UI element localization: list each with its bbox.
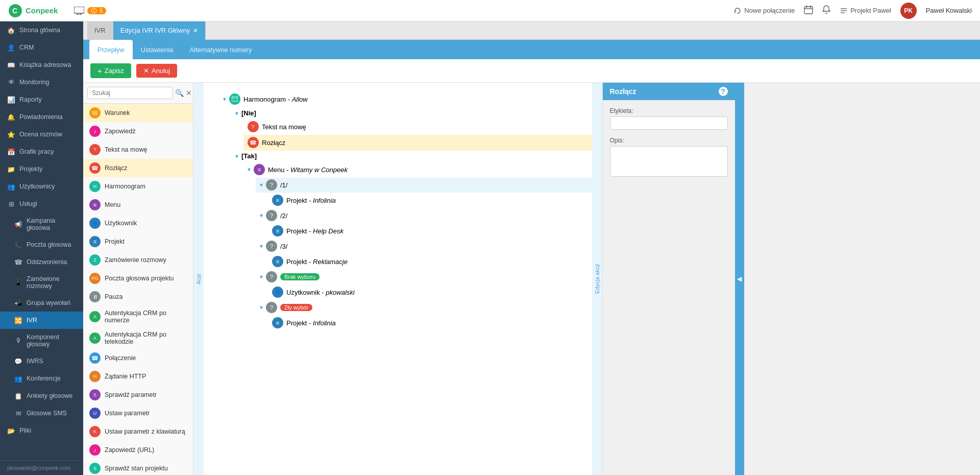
voicemail-icon: 📞 <box>14 241 22 249</box>
node-projekt-infolinia[interactable]: ≡ Projekt - Infolinia ✏ <box>268 193 592 208</box>
help-icon[interactable]: ? <box>719 87 728 96</box>
uzytkownik-icon: 👤 <box>89 218 101 229</box>
expand-icon-menu[interactable]: ▾ <box>248 166 251 173</box>
home-icon: 🏠 <box>7 26 15 34</box>
expand-brak[interactable]: ▾ <box>260 273 263 280</box>
action-item-sprawdz-parametr[interactable]: S Sprawdź parametr <box>83 386 193 404</box>
expand-icon[interactable]: ▾ <box>223 96 226 103</box>
sidebar-item-komponent-glosowy[interactable]: 🎙 Komponent głosowy <box>0 329 83 352</box>
action-item-poczta-glosowa-projektu[interactable]: PG Poczta głosowa projektu <box>83 269 193 288</box>
search-input[interactable] <box>87 87 173 99</box>
opis-textarea[interactable] <box>610 146 728 177</box>
sidebar-item-crm[interactable]: 👤 CRM <box>0 39 83 56</box>
action-item-uzytkownik[interactable]: 👤 Użytkownik <box>83 214 193 232</box>
expand-icon-nie[interactable]: ▾ <box>235 110 238 117</box>
branch-3-label: /3/ <box>280 243 287 250</box>
action-item-polaczenie[interactable]: ☎ Połączenie <box>83 349 193 367</box>
search-icon[interactable]: 🔍 <box>175 89 184 97</box>
action-item-sprawdz-stan-projektu[interactable]: S Sprawdź stan projektu <box>83 459 193 475</box>
flow-area: 🔍 ✕ W Warunek ♪ Zapowiedź T Tekst na mow… <box>83 83 980 475</box>
tab-bar: IVR Edycja IVR IVR Główny ✕ <box>83 21 980 40</box>
node-harmonogram[interactable]: ▾ Harmonogram - Allow ✏ <box>219 91 592 108</box>
new-connection-btn[interactable]: Nowe połączenie <box>733 7 795 15</box>
action-item-warunek[interactable]: W Warunek <box>83 104 193 122</box>
sidebar-item-uzytkownicy[interactable]: 👥 Użytkownicy <box>0 178 83 195</box>
sprawdz-parametr-icon: S <box>89 389 101 400</box>
node-tekst-na-mowe[interactable]: T Tekst na mowę ✏ <box>243 119 592 135</box>
tab-edycja-ivr[interactable]: Edycja IVR IVR Główny ✕ <box>113 21 206 40</box>
topbar-monitor-icon[interactable]: 5 <box>74 7 106 15</box>
action-item-ustaw-parametr[interactable]: U Ustaw parametr <box>83 404 193 422</box>
etykieta-input[interactable] <box>610 116 728 130</box>
sidebar-item-projekty[interactable]: 📁 Projekty <box>0 160 83 178</box>
bell-btn[interactable] <box>822 5 830 16</box>
node-projekt-reklamacje[interactable]: ≡ Projekt - Reklamacje ✏ <box>268 254 592 270</box>
action-item-zapowiedz-url[interactable]: ♪ Zapowiedź (URL) <box>83 441 193 459</box>
action-item-rozlacz[interactable]: ☎ Rozłącz <box>83 159 193 177</box>
etykieta-label: Etykieta: <box>610 107 728 114</box>
sidebar-item-oddzwonienia[interactable]: ☎ Oddzwonienia <box>0 253 83 271</box>
sidebar-item-pliki[interactable]: 📂 Pliki <box>0 422 83 439</box>
sidebar-item-ocena-rozmow[interactable]: ⭐ Ocena rozmów <box>0 126 83 143</box>
sidebar-item-uslugi[interactable]: ⊞ Usługi <box>0 195 83 212</box>
sidebar-item-kampania-glosowa[interactable]: 📢 Kampania głosowa <box>0 212 83 236</box>
action-item-autentykacja-crm-numerze[interactable]: A Autentykacja CRM po numerze <box>83 306 193 327</box>
expand-zly[interactable]: ▾ <box>260 304 263 311</box>
projekt-reklamacje-icon: ≡ <box>272 256 283 267</box>
node-projekt-infolinia-2[interactable]: ≡ Projekt - Infolinia ✏ <box>268 315 592 331</box>
action-item-zamowienie-rozmowy[interactable]: Z Zamówienie rozmowy <box>83 251 193 269</box>
action-item-autentykacja-crm-telekodzie[interactable]: A Autentykacja CRM po telekodzie <box>83 327 193 349</box>
tab-close-icon[interactable]: ✕ <box>193 27 198 34</box>
action-item-projekt[interactable]: ≡ Projekt <box>83 232 193 251</box>
cancel-button[interactable]: ✕ Anuluj <box>136 64 177 78</box>
expand-3[interactable]: ▾ <box>260 243 263 250</box>
bell-icon: 🔔 <box>7 113 15 121</box>
phone2-icon: 📱 <box>14 278 22 287</box>
sidebar-item-ksiazka-adresowa[interactable]: 📖 Książka adresowa <box>0 56 83 74</box>
action-item-ustaw-parametr-klawiatura[interactable]: K Ustaw parametr z klawiaturą <box>83 422 193 441</box>
subtab-ustawienia[interactable]: Ustawienia <box>133 40 182 59</box>
sidebar-item-iwrs[interactable]: 💬 IWRS <box>0 352 83 370</box>
expand-2[interactable]: ▾ <box>260 212 263 219</box>
project-label[interactable]: Projekt Paweł <box>840 7 891 15</box>
user-avatar[interactable]: PK <box>900 3 917 19</box>
action-item-pauza[interactable]: ⏸ Pauza <box>83 288 193 306</box>
sidebar-item-grafik-pracy[interactable]: 📅 Grafik pracy <box>0 143 83 160</box>
node-projekt-helpdesk[interactable]: ≡ Projekt - Help Desk ✏ <box>268 223 592 239</box>
action-item-menu[interactable]: ≡ Menu <box>83 196 193 214</box>
tab-ivr[interactable]: IVR <box>87 21 113 40</box>
sidebar-item-raporty[interactable]: 📊 Raporty <box>0 91 83 108</box>
action-item-zapowiedz[interactable]: ♪ Zapowiedź <box>83 122 193 140</box>
user-name-label: Paweł Kowalski <box>926 7 972 14</box>
subtab-alternatywne-numery[interactable]: Alternatywne numery <box>181 40 260 59</box>
expand-1[interactable]: ▾ <box>260 181 263 188</box>
sidebar-item-grupa-wywolan[interactable]: 📲 Grupa wywołań <box>0 294 83 312</box>
action-item-tekst-na-mowe[interactable]: T Tekst na mowę <box>83 140 193 159</box>
sidebar-item-poczta-glosowa[interactable]: 📞 Poczta głosowa <box>0 236 83 253</box>
sidebar-item-glosowe-sms[interactable]: ✉ Głosowe SMS <box>0 405 83 422</box>
sidebar-item-ivr[interactable]: 🔀 IVR <box>0 312 83 329</box>
edycja-akcji-label[interactable]: Edycja akcji <box>592 83 602 475</box>
action-item-zadanie-http[interactable]: H Żądanie HTTP <box>83 367 193 386</box>
sidebar: 🏠 Strona główna 👤 CRM 📖 Książka adresowa… <box>0 21 83 475</box>
node-uzytkownik-pkowalski[interactable]: 👤 Użytkownik - pkowalski ✏ <box>268 284 592 300</box>
acje-label[interactable]: Acje <box>193 83 204 475</box>
projekt-infolinia-icon: ≡ <box>272 195 283 206</box>
action-item-harmonogram[interactable]: H Harmonogram <box>83 177 193 196</box>
right-panel-collapse-btn[interactable]: ◀ <box>735 83 744 475</box>
calendar-btn[interactable] <box>804 5 813 16</box>
close-search-icon[interactable]: ✕ <box>186 89 192 97</box>
nie-branch-section: ▾ [Nie] ✏ T Tekst na mowę ✏ <box>231 108 592 151</box>
sidebar-item-monitoring[interactable]: 👁 Monitoring <box>0 74 83 91</box>
save-button[interactable]: + Zapisz <box>90 63 131 78</box>
expand-icon-tak[interactable]: ▾ <box>235 153 238 160</box>
node-rozlacz[interactable]: ☎ Rozłącz ✏ <box>243 135 592 151</box>
sidebar-item-ankiety-glosowe[interactable]: 📋 Ankiety głosowe <box>0 387 83 405</box>
nie-label: [Nie] <box>241 109 256 117</box>
node-menu[interactable]: ▾ ≡ Menu - Witamy w Conpeek ✏ <box>243 162 592 178</box>
sidebar-item-konferencje[interactable]: 👥 Konferencje <box>0 370 83 387</box>
sidebar-item-strona-glowna[interactable]: 🏠 Strona główna <box>0 21 83 39</box>
sidebar-item-powiadomienia[interactable]: 🔔 Powiadomienia <box>0 108 83 126</box>
subtab-przeplyw[interactable]: Przepływ <box>89 40 133 59</box>
sidebar-item-zamowione[interactable]: 📱 Zamówione rozmowy <box>0 271 83 294</box>
